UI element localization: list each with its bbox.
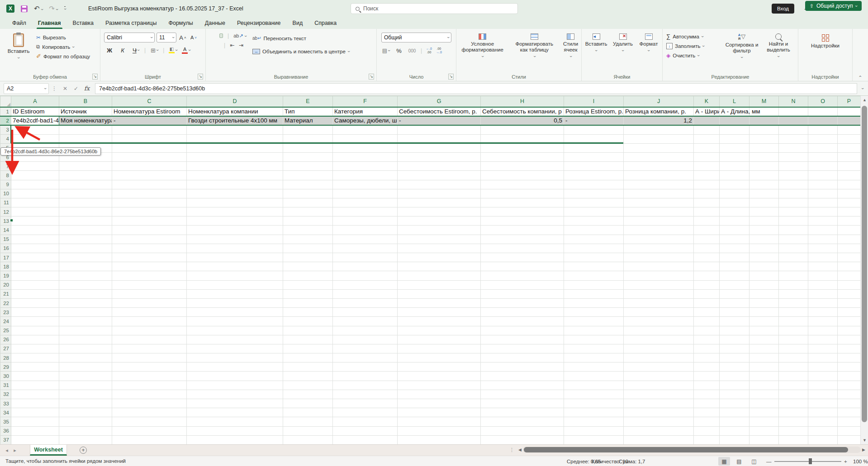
cell-K3[interactable] xyxy=(694,125,720,134)
new-sheet-button[interactable]: + xyxy=(80,447,87,454)
cell-H5[interactable] xyxy=(481,143,564,152)
cell-B26[interactable] xyxy=(59,335,112,344)
tab-Формулы[interactable]: Формулы xyxy=(162,17,199,29)
cell-I25[interactable] xyxy=(564,326,624,335)
cell-C14[interactable] xyxy=(112,226,187,235)
cell-B24[interactable] xyxy=(59,317,112,326)
cell-N17[interactable] xyxy=(779,253,808,262)
clear-button[interactable]: ◈Очистить xyxy=(666,51,722,60)
zoom-percentage[interactable]: 100 % xyxy=(853,456,868,466)
cell-G37[interactable] xyxy=(398,435,481,444)
cell-C16[interactable] xyxy=(112,244,187,253)
cell-O7[interactable] xyxy=(808,162,838,171)
cell-F33[interactable] xyxy=(333,399,398,408)
cell-B16[interactable] xyxy=(59,244,112,253)
cell-O29[interactable] xyxy=(808,362,838,372)
cell-H33[interactable] xyxy=(481,399,564,408)
cell-O3[interactable] xyxy=(808,125,838,134)
cell-D15[interactable] xyxy=(187,235,283,244)
cell-D34[interactable] xyxy=(187,408,283,417)
cell-D4[interactable] xyxy=(187,134,283,143)
cell-L8[interactable] xyxy=(720,171,749,180)
tab-Файл[interactable]: Файл xyxy=(6,17,32,29)
dialog-launcher-icon[interactable] xyxy=(198,74,203,80)
cell-P3[interactable] xyxy=(838,125,861,134)
cell-B3[interactable] xyxy=(59,125,112,134)
cell-N14[interactable] xyxy=(779,226,808,235)
cell-P26[interactable] xyxy=(838,335,861,344)
cell-K4[interactable] xyxy=(694,134,720,143)
cell-L7[interactable] xyxy=(720,162,749,171)
cell-O6[interactable] xyxy=(808,152,838,161)
cell-L32[interactable] xyxy=(720,390,749,399)
cell-P4[interactable] xyxy=(838,134,861,143)
cell-J22[interactable] xyxy=(624,298,694,307)
column-header-N[interactable]: N xyxy=(779,96,808,107)
cell-K32[interactable] xyxy=(694,390,720,399)
cell-A18[interactable] xyxy=(11,262,59,271)
cell-F12[interactable] xyxy=(333,207,398,217)
undo-button[interactable]: ↶ xyxy=(34,5,43,12)
cell-E14[interactable] xyxy=(283,226,333,235)
cell-F11[interactable] xyxy=(333,198,398,207)
expand-formula-bar-button[interactable] xyxy=(860,83,865,94)
cell-D27[interactable] xyxy=(187,344,283,353)
cell-F7[interactable] xyxy=(333,162,398,171)
cell-N9[interactable] xyxy=(779,180,808,189)
cell-J4[interactable] xyxy=(624,134,694,143)
column-header-P[interactable]: P xyxy=(838,96,861,107)
cell-I34[interactable] xyxy=(564,408,624,417)
cell-C26[interactable] xyxy=(112,335,187,344)
cell-F1[interactable]: Категория xyxy=(333,107,398,116)
dialog-launcher-icon[interactable] xyxy=(92,74,98,80)
cell-I18[interactable] xyxy=(564,262,624,271)
cell-C3[interactable] xyxy=(112,125,187,134)
dialog-launcher-icon[interactable] xyxy=(369,74,374,80)
cell-P31[interactable] xyxy=(838,381,861,390)
cell-J2[interactable]: 1,2 xyxy=(624,116,694,125)
row-header-11[interactable]: 11 xyxy=(0,198,11,207)
cell-M9[interactable] xyxy=(749,180,779,189)
cell-F25[interactable] xyxy=(333,326,398,335)
cell-G12[interactable] xyxy=(398,207,481,217)
vertical-scroll-thumb[interactable] xyxy=(862,106,867,422)
cell-H27[interactable] xyxy=(481,344,564,353)
cell-J9[interactable] xyxy=(624,180,694,189)
cell-I27[interactable] xyxy=(564,344,624,353)
cell-N11[interactable] xyxy=(779,198,808,207)
cell-D8[interactable] xyxy=(187,171,283,180)
cell-N13[interactable] xyxy=(779,217,808,226)
column-header-J[interactable]: J xyxy=(624,96,694,107)
cell-B35[interactable] xyxy=(59,417,112,426)
cell-E16[interactable] xyxy=(283,244,333,253)
cell-P1[interactable] xyxy=(838,107,861,116)
cell-A7[interactable] xyxy=(11,162,59,171)
cell-G32[interactable] xyxy=(398,390,481,399)
row-header-31[interactable]: 31 xyxy=(0,381,11,390)
cell-I24[interactable] xyxy=(564,317,624,326)
cell-G14[interactable] xyxy=(398,226,481,235)
cell-M17[interactable] xyxy=(749,253,779,262)
cell-N20[interactable] xyxy=(779,280,808,289)
cell-G36[interactable] xyxy=(398,426,481,435)
cell-J25[interactable] xyxy=(624,326,694,335)
cell-N25[interactable] xyxy=(779,326,808,335)
row-header-32[interactable]: 32 xyxy=(0,390,11,399)
cell-M18[interactable] xyxy=(749,262,779,271)
cell-L17[interactable] xyxy=(720,253,749,262)
cell-D37[interactable] xyxy=(187,435,283,444)
horizontal-scrollbar[interactable]: ⋮ ◀ ▶ xyxy=(509,445,867,454)
row-header-36[interactable]: 36 xyxy=(0,426,11,435)
cell-D22[interactable] xyxy=(187,298,283,307)
cell-K18[interactable] xyxy=(694,262,720,271)
cut-button[interactable]: ✂Вырезать xyxy=(36,33,90,42)
cell-J16[interactable] xyxy=(624,244,694,253)
cell-D10[interactable] xyxy=(187,189,283,198)
cell-B34[interactable] xyxy=(59,408,112,417)
cell-N7[interactable] xyxy=(779,162,808,171)
cell-N32[interactable] xyxy=(779,390,808,399)
cell-M32[interactable] xyxy=(749,390,779,399)
cell-G4[interactable] xyxy=(398,134,481,143)
cell-N36[interactable] xyxy=(779,426,808,435)
cell-I2[interactable]: - xyxy=(564,116,624,125)
